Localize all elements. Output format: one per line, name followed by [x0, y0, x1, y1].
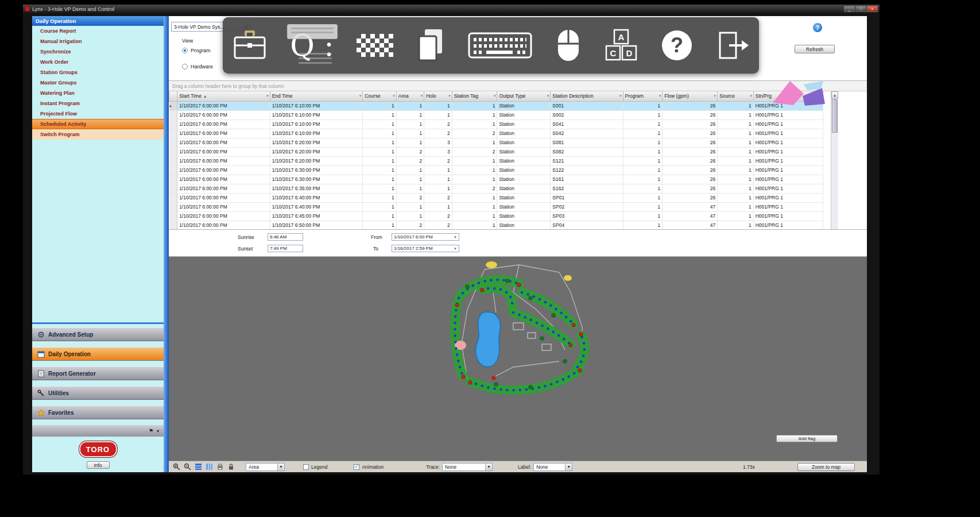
column-filter-icon[interactable]: ▾: [819, 94, 822, 98]
sidebar-item-station-groups[interactable]: Station Groups: [32, 67, 164, 78]
help-icon[interactable]: ?: [813, 23, 822, 32]
nav-advanced-setup[interactable]: Advanced Setup: [32, 327, 164, 341]
scrollbar-thumb[interactable]: [832, 99, 838, 133]
layers-icon[interactable]: [194, 462, 203, 471]
sidebar-footer-button[interactable]: Info: [87, 461, 110, 469]
column-header[interactable]: Course▾: [363, 91, 397, 101]
animation-checkbox[interactable]: ✓ Animation: [354, 464, 384, 470]
abc-blocks-icon[interactable]: A C D: [605, 29, 638, 62]
grid-row[interactable]: 1/10/2017 6:00:00 PM1/10/2017 6:20:00 PM…: [169, 156, 823, 165]
mouse-icon[interactable]: [555, 28, 582, 63]
grid-row[interactable]: 1/10/2017 6:00:00 PM1/10/2017 6:10:00 PM…: [169, 119, 823, 129]
grid-row[interactable]: 1/10/2017 6:00:00 PM1/10/2017 6:40:00 PM…: [169, 202, 823, 211]
grid-row[interactable]: 1/10/2017 6:00:00 PM1/10/2017 6:30:00 PM…: [169, 175, 823, 184]
column-header[interactable]: Area▾: [396, 91, 424, 101]
grid-row[interactable]: 1/10/2017 6:00:00 PM1/10/2017 6:50:00 PM…: [169, 221, 823, 230]
zoom-out-icon[interactable]: [183, 462, 192, 471]
sidebar-item-course-report[interactable]: Course Report: [32, 26, 164, 36]
column-filter-icon[interactable]: ▾: [393, 94, 395, 98]
grid-row[interactable]: 1/10/2017 6:00:00 PM1/10/2017 6:45:00 PM…: [169, 211, 823, 221]
zoom-to-map-button[interactable]: Zoom to map: [797, 463, 855, 471]
maximize-button[interactable]: □: [855, 6, 866, 12]
zoom-in-icon[interactable]: [172, 462, 181, 471]
grid-cell: 3: [424, 138, 452, 147]
grid-cell: 1: [363, 202, 397, 211]
sidebar-item-projected-flow[interactable]: Projected Flow: [32, 109, 164, 119]
lock-icon[interactable]: [227, 462, 235, 471]
nav-favorites[interactable]: Favorites: [32, 406, 164, 419]
help-circle-icon[interactable]: ?: [661, 29, 693, 61]
column-filter-icon[interactable]: ▾: [714, 94, 716, 98]
sidebar-item-manual-irrigation[interactable]: Manual Irrigation: [32, 36, 164, 47]
column-header[interactable]: Program▾: [623, 91, 663, 101]
minimize-button[interactable]: _: [844, 6, 855, 12]
column-header[interactable]: Source▾: [718, 91, 754, 101]
course-map[interactable]: [427, 258, 617, 419]
clipboard-icon[interactable]: [416, 28, 446, 63]
toolbox-icon[interactable]: [232, 29, 268, 61]
sidebar-item-work-order[interactable]: Work Order: [32, 57, 164, 67]
grid-row[interactable]: ▸1/10/2017 6:00:00 PM1/10/2017 6:10:00 P…: [169, 101, 823, 110]
sidebar-item-synchronize[interactable]: Synchronize: [32, 47, 164, 57]
to-field[interactable]: 1/16/2017 2:59 PM ▼: [392, 245, 459, 252]
chevron-down-icon[interactable]: ▾: [157, 429, 159, 434]
toro-logo: TORO: [79, 441, 117, 457]
column-filter-icon[interactable]: ▾: [266, 94, 269, 98]
column-header[interactable]: Output Type▾: [497, 91, 551, 101]
column-filter-icon[interactable]: ▾: [359, 94, 362, 98]
column-filter-icon[interactable]: ▾: [619, 94, 622, 98]
column-header[interactable]: Start Time▲▾: [177, 91, 270, 101]
flag-icon[interactable]: ⚑: [149, 428, 153, 434]
column-header[interactable]: Hole▾: [424, 91, 452, 101]
grid-row[interactable]: 1/10/2017 6:00:00 PM1/10/2017 6:30:00 PM…: [169, 165, 823, 175]
add-flag-button[interactable]: Add flag: [776, 435, 838, 442]
column-header[interactable]: End Time▾: [270, 91, 363, 101]
column-filter-icon[interactable]: ▾: [750, 94, 752, 98]
sunrise-field[interactable]: 6:46 AM: [268, 233, 303, 241]
column-header[interactable]: Station Description▾: [551, 91, 623, 101]
sunset-field[interactable]: 7:49 PM: [268, 245, 303, 252]
column-label: Flow (gpm): [664, 93, 689, 99]
sidebar-item-switch-program[interactable]: Switch Program: [32, 129, 164, 140]
course-map-area[interactable]: Add flag: [169, 257, 867, 461]
scroll-up-icon[interactable]: ▲: [831, 91, 838, 99]
column-header[interactable]: Stn/Prg▾: [753, 91, 823, 101]
area-select[interactable]: Area ▼: [246, 463, 285, 471]
checkerboard-icon[interactable]: [357, 34, 393, 57]
column-filter-icon[interactable]: ▾: [547, 94, 549, 98]
column-filter-icon[interactable]: ▾: [659, 94, 661, 98]
table-scrollbar[interactable]: ▲: [831, 91, 838, 229]
column-header[interactable]: Flow (gpm)▾: [663, 91, 718, 101]
radio-program[interactable]: Program: [182, 48, 211, 53]
sidebar-item-master-groups[interactable]: Master Groups: [32, 78, 164, 88]
label-select[interactable]: None ▼: [533, 463, 572, 471]
close-button[interactable]: ×: [867, 6, 878, 12]
column-filter-icon[interactable]: ▾: [448, 94, 451, 98]
sidebar-item-watering-plan[interactable]: Watering Plan: [32, 88, 164, 98]
keyboard-icon[interactable]: [468, 29, 532, 62]
grid-cell: S002: [551, 110, 623, 119]
column-filter-icon[interactable]: ▾: [494, 94, 496, 98]
map-layer-icon[interactable]: [205, 462, 214, 471]
legend-checkbox[interactable]: Legend: [303, 464, 327, 470]
grid-row[interactable]: 1/10/2017 6:00:00 PM1/10/2017 6:35:00 PM…: [169, 184, 823, 193]
grid-row[interactable]: 1/10/2017 6:00:00 PM1/10/2017 6:40:00 PM…: [169, 193, 823, 202]
grid-row[interactable]: 1/10/2017 6:00:00 PM1/10/2017 6:10:00 PM…: [169, 110, 823, 119]
column-filter-icon[interactable]: ▾: [421, 94, 423, 98]
wrench-icon: [37, 389, 45, 397]
radio-hardware[interactable]: Hardware: [182, 64, 213, 70]
nav-daily-operation[interactable]: Daily Operation: [32, 347, 164, 361]
sidebar-item-scheduled-activity[interactable]: Scheduled Activity: [32, 119, 164, 129]
column-header[interactable]: Station Tag▾: [452, 91, 497, 101]
nav-report-generator[interactable]: Report Generator: [32, 366, 164, 380]
sidebar-item-instant-program[interactable]: Instant Program: [32, 98, 164, 109]
print-icon[interactable]: [216, 462, 224, 471]
grid-row[interactable]: 1/10/2017 6:00:00 PM1/10/2017 6:20:00 PM…: [169, 147, 823, 156]
exit-icon[interactable]: [715, 29, 750, 61]
grid-row[interactable]: 1/10/2017 6:00:00 PM1/10/2017 6:10:00 PM…: [169, 129, 823, 138]
from-field[interactable]: 1/10/2017 6:00 PM ▼: [392, 233, 459, 241]
nav-utilities[interactable]: Utilities: [32, 386, 164, 400]
grid-row[interactable]: 1/10/2017 6:00:00 PM1/10/2017 6:20:00 PM…: [169, 138, 823, 147]
refresh-button[interactable]: Refresh: [795, 45, 835, 53]
trace-select[interactable]: None ▼: [442, 463, 493, 471]
